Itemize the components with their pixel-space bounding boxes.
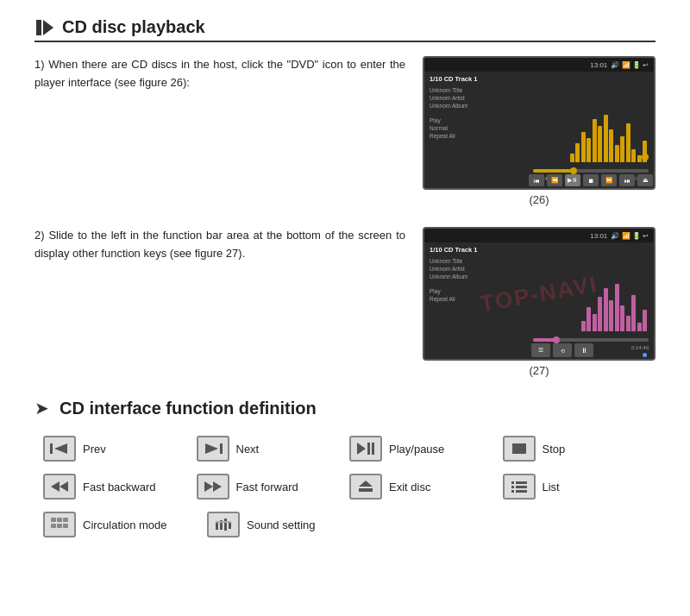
figure-26-container: 13:01 🔊 📶 🔋 ↩ 1/10 CD Track 1 Unknorn Ti…: [423, 56, 656, 206]
playpause-label: Play/pause: [389, 443, 444, 456]
func-item-circulation: Circulation mode: [43, 512, 207, 537]
svg-marker-12: [204, 481, 213, 492]
screen1-time: 13:01: [590, 61, 607, 69]
svg-marker-11: [60, 481, 68, 492]
content-block-2: 2) Slide to the left in the function bar…: [34, 227, 656, 377]
svg-rect-17: [516, 481, 527, 484]
screen1-top-bar: 13:01 🔊 📶 🔋 ↩: [424, 58, 654, 72]
func-item-next: Next: [197, 436, 350, 462]
svg-marker-5: [205, 443, 218, 454]
svg-marker-3: [54, 443, 67, 454]
ctrl-play: ▶⏸: [565, 174, 580, 186]
screen1-progress-knob: [570, 167, 577, 174]
svg-marker-14: [359, 481, 373, 487]
svg-rect-30: [224, 519, 227, 531]
fastbackward-icon: [43, 474, 76, 500]
ctrl-stop: ⏹: [583, 174, 599, 186]
circulation-label: Circulation mode: [83, 519, 167, 531]
ctrl-rew: ⏪: [547, 174, 562, 186]
screen1-content: 1/10 CD Track 1 Unknorn Title Unknorn Ar…: [424, 72, 654, 188]
svg-rect-8: [372, 443, 374, 455]
screen1-progress-fill: [533, 169, 574, 173]
ctrl2-mode: ⟲: [553, 343, 572, 357]
svg-rect-32: [216, 521, 231, 523]
prev-icon: [43, 436, 76, 462]
svg-rect-23: [57, 518, 62, 522]
sound-label: Sound setting: [247, 519, 316, 531]
svg-marker-13: [213, 481, 222, 492]
fastback-label: Fast backward: [83, 481, 156, 493]
svg-rect-7: [367, 443, 370, 455]
screen1-controls: ⏮ ⏪ ▶⏸ ⏹ ⏩ ⏭ ⏏: [528, 174, 654, 186]
ctrl-fwd: ⏩: [601, 174, 617, 186]
sound-icon: [207, 512, 240, 537]
section2-title: CD interface function definition: [60, 399, 317, 418]
func-item-exitdisc: Exit disc: [349, 474, 503, 500]
func-item-list: List: [503, 474, 656, 500]
func-item-stop: Stop: [503, 436, 656, 462]
screen1-left: 1/10 CD Track 1 Unknorn Title Unknorn Ar…: [424, 72, 528, 188]
screen1-meta: Unknorn Title Unknorn Artist Unknorn Alb…: [430, 86, 523, 110]
svg-rect-28: [216, 523, 218, 530]
svg-marker-6: [357, 443, 366, 455]
screen2-left: 1/10 CD Track 1 Unknorn Title Unknorn Ar…: [424, 242, 528, 359]
fastfwd-label: Fast forward: [236, 481, 298, 493]
fig26-caption: (26): [529, 193, 549, 206]
svg-rect-26: [57, 524, 62, 528]
screen2-controls: ☰ ⟲ ⏸: [531, 343, 654, 357]
screen1-eq-bars: [570, 110, 651, 162]
next-icon: [197, 436, 229, 462]
func-item-sound: Sound setting: [207, 512, 371, 537]
screen2-time: 13:01: [590, 232, 607, 240]
next-label: Next: [236, 443, 260, 456]
ctrl2-list: ☰: [531, 343, 550, 357]
svg-marker-1: [43, 20, 53, 35]
screen2-right: 0:14:40 ☰ ⟲ ⏸: [528, 242, 654, 359]
ctrl2-pause: ⏸: [574, 343, 593, 357]
svg-rect-21: [516, 490, 527, 493]
func-row-2: Fast backward Fast forward Exit disc: [43, 474, 656, 500]
func-item-playpause: Play/pause: [349, 436, 503, 462]
list-label: List: [543, 481, 560, 493]
screen2-dot: [643, 353, 647, 357]
figure-27-container: 13:01 🔊 📶 🔋 ↩ 1/10 CD Track 1 Unknorn Ti…: [423, 227, 656, 377]
stop-icon: [503, 436, 536, 462]
stop-label: Stop: [543, 443, 566, 456]
section1-title: CD disc playback: [62, 17, 205, 37]
playpause-icon: [349, 436, 382, 462]
svg-rect-24: [63, 518, 68, 522]
section2-header: ➤ CD interface function definition: [34, 398, 656, 418]
screen2-icons: 🔊 📶 🔋 ↩: [611, 232, 649, 240]
screen2-progress-track: [533, 338, 649, 342]
svg-rect-15: [359, 488, 373, 492]
screen2-eq-bars: [581, 280, 651, 331]
ctrl-next: ⏭: [619, 174, 635, 186]
fig27-caption: (27): [529, 364, 549, 377]
screen2-progress-area: [528, 338, 654, 342]
func-row-1: Prev Next Play/pause: [43, 436, 656, 462]
screen2-track: 1/10 CD Track 1: [430, 246, 523, 254]
svg-marker-10: [51, 481, 60, 492]
func-row-3: Circulation mode Sound setting: [43, 512, 656, 537]
exitdisc-label: Exit disc: [389, 481, 430, 493]
svg-rect-9: [512, 443, 526, 454]
screen2-top-bar: 13:01 🔊 📶 🔋 ↩: [424, 229, 654, 242]
screen1-right: 0:00:46 0:04:40 ⏮ ⏪ ▶⏸ ⏹ ⏩ ⏭ ⏏: [528, 72, 654, 188]
screen2-progress-knob: [553, 336, 560, 343]
content-block-1: 1) When there are CD discs in the host, …: [34, 56, 656, 206]
svg-rect-20: [511, 490, 514, 493]
svg-rect-27: [63, 524, 68, 528]
screen1-progress-track: [533, 169, 649, 173]
function-definition-grid: Prev Next Play/pause: [34, 436, 656, 537]
screen1-dot: [642, 154, 649, 160]
exitdisc-icon: [349, 474, 382, 500]
paragraph-2: 2) Slide to the left in the function bar…: [34, 227, 405, 263]
svg-rect-2: [50, 443, 53, 454]
figure-27-screen: 13:01 🔊 📶 🔋 ↩ 1/10 CD Track 1 Unknorn Ti…: [423, 227, 656, 361]
section2-arrow-icon: ➤: [34, 398, 49, 418]
list-icon: [503, 474, 536, 500]
screen1-icons: 🔊 📶 🔋 ↩: [611, 61, 649, 69]
ctrl-prev: ⏮: [529, 174, 544, 186]
func-item-fastfwd: Fast forward: [197, 474, 350, 500]
screen2-meta: Unknorn Title Unknorn Artist Unkronn Alb…: [430, 257, 523, 280]
